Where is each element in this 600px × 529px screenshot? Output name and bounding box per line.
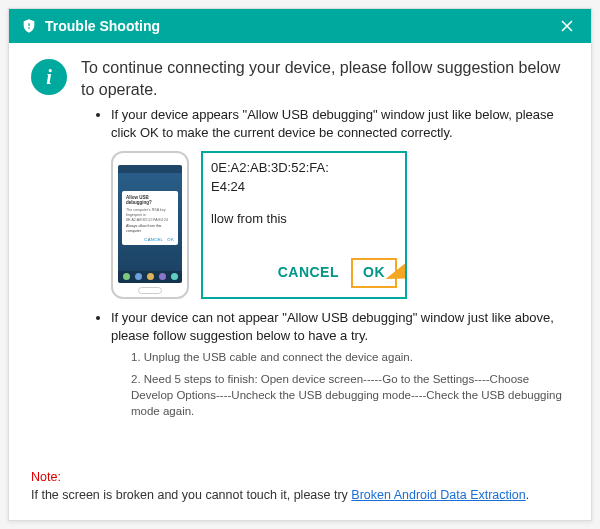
footer-note: Note: If the screen is broken and you ca… bbox=[9, 469, 591, 520]
callout-cancel-label: CANCEL bbox=[278, 263, 339, 283]
close-button[interactable] bbox=[555, 14, 579, 38]
note-suffix: . bbox=[526, 488, 529, 502]
titlebar: Trouble Shooting bbox=[9, 9, 591, 43]
phone-popup-cancel: CANCEL bbox=[144, 237, 163, 242]
note-text: If the screen is broken and you cannot t… bbox=[31, 488, 351, 502]
step-1: 1. Unplug the USB cable and connect the … bbox=[131, 349, 563, 365]
phone-popup: Allow USB debugging? The computer's RSA … bbox=[122, 191, 178, 246]
note-label: Note: bbox=[31, 470, 61, 484]
suggestion-2-text: If your device can not appear "Allow USB… bbox=[111, 310, 554, 343]
callout-allow-from: llow from this bbox=[211, 210, 397, 228]
phone-popup-checkbox: Always allow from this computer bbox=[126, 224, 174, 233]
dialog-content: i To continue connecting your device, pl… bbox=[9, 43, 591, 469]
illustration: Allow USB debugging? The computer's RSA … bbox=[111, 151, 563, 299]
shield-icon bbox=[21, 18, 37, 34]
phone-popup-ok: OK bbox=[167, 237, 174, 242]
phone-mock: Allow USB debugging? The computer's RSA … bbox=[111, 151, 189, 299]
step-2: 2. Need 5 steps to finish: Open device s… bbox=[131, 371, 563, 419]
zoom-callout: 0E:A2:AB:3D:52:FA: E4:24 llow from this … bbox=[201, 151, 407, 299]
suggestion-2-steps: 1. Unplug the USB cable and connect the … bbox=[111, 349, 563, 419]
suggestion-list: If your device appears "Allow USB debugg… bbox=[31, 106, 569, 419]
suggestion-1-text: If your device appears "Allow USB debugg… bbox=[111, 107, 554, 140]
intro-row: i To continue connecting your device, pl… bbox=[31, 57, 569, 100]
callout-mac-line2: E4:24 bbox=[211, 178, 397, 196]
info-icon: i bbox=[31, 59, 67, 95]
troubleshooting-dialog: Trouble Shooting i To continue connectin… bbox=[8, 8, 592, 521]
suggestion-item-1: If your device appears "Allow USB debugg… bbox=[111, 106, 563, 298]
broken-android-link[interactable]: Broken Android Data Extraction bbox=[351, 488, 525, 502]
phone-popup-title: Allow USB debugging? bbox=[126, 195, 174, 207]
intro-text: To continue connecting your device, plea… bbox=[81, 57, 569, 100]
suggestion-item-2: If your device can not appear "Allow USB… bbox=[111, 309, 563, 420]
close-icon bbox=[560, 19, 574, 33]
phone-popup-body: The computer's RSA key fingerprint is: 0… bbox=[126, 208, 174, 222]
callout-mac-line1: 0E:A2:AB:3D:52:FA: bbox=[211, 159, 397, 177]
titlebar-title: Trouble Shooting bbox=[45, 18, 555, 34]
